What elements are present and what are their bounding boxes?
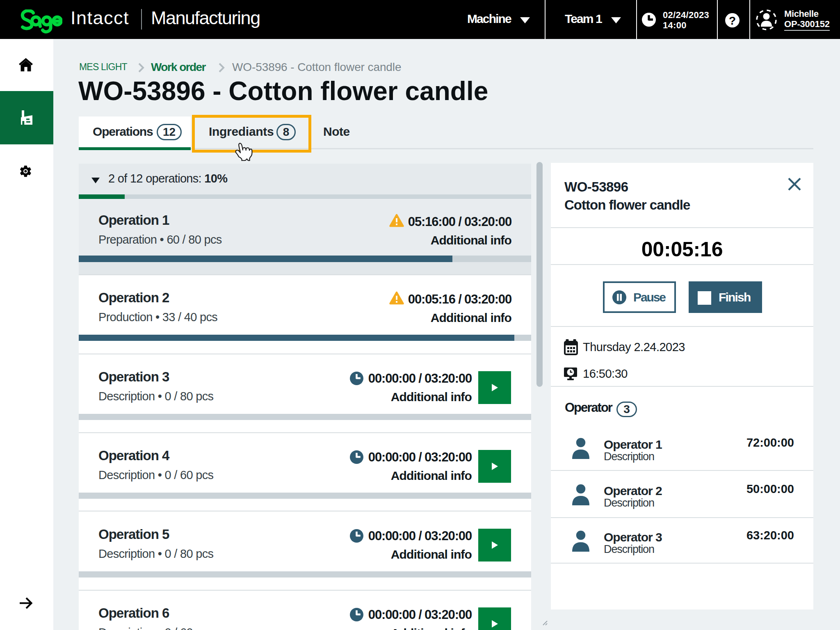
svg-text:?: ? [729, 14, 736, 27]
